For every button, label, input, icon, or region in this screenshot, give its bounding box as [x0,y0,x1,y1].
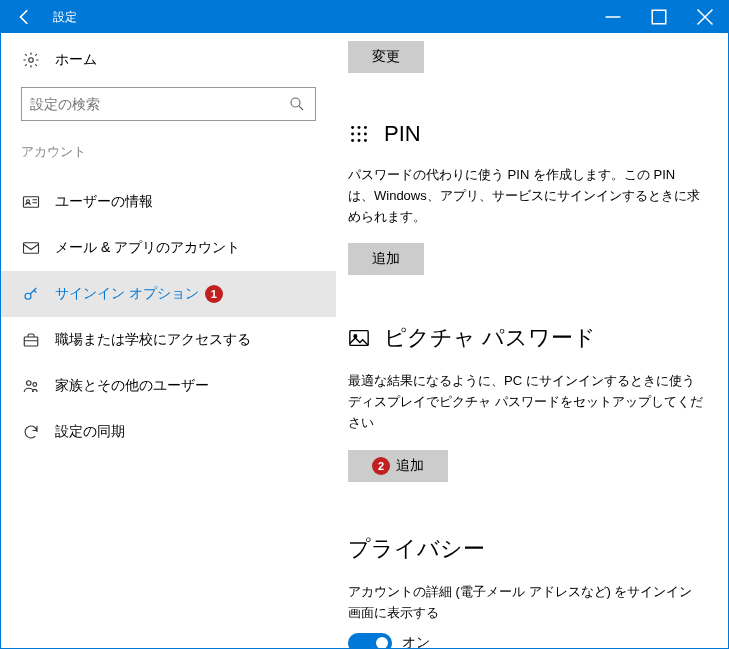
search-input[interactable] [30,96,287,112]
svg-rect-5 [24,243,39,254]
sidebar-item-label: 職場または学校にアクセスする [55,331,251,349]
privacy-section-header: プライバシー [348,534,704,564]
picture-add-button[interactable]: 2 追加 [348,450,448,482]
svg-point-15 [364,133,367,136]
titlebar: 設定 [1,1,728,33]
svg-rect-3 [24,197,39,208]
svg-point-2 [291,98,300,107]
briefcase-icon [21,331,41,349]
sync-icon [21,423,41,441]
change-button[interactable]: 変更 [348,41,424,73]
main-panel: 変更 PIN パスワードの代わりに使う PIN を作成します。この PIN は、… [336,33,728,648]
picture-title: ピクチャ パスワード [384,323,596,353]
sidebar-item-family[interactable]: 家族とその他のユーザー [1,363,336,409]
sidebar-item-label: 家族とその他のユーザー [55,377,209,395]
privacy-toggle[interactable] [348,633,392,649]
people-icon [21,377,41,395]
sidebar-item-signin-options[interactable]: サインイン オプション 1 [1,271,336,317]
mail-icon [21,239,41,257]
svg-point-17 [358,139,361,142]
sidebar: ホーム アカウント ユーザーの情報 メール & アプリのアカウント [1,33,336,648]
pin-section-header: PIN [348,121,704,147]
pin-description: パスワードの代わりに使う PIN を作成します。この PIN は、Windows… [348,165,704,227]
window-title: 設定 [49,9,590,26]
svg-point-1 [29,58,34,63]
privacy-toggle-label: オン [402,634,430,649]
home-link[interactable]: ホーム [1,51,336,69]
sidebar-item-label: ユーザーの情報 [55,193,153,211]
user-card-icon [21,193,41,211]
svg-point-18 [364,139,367,142]
svg-point-11 [358,126,361,129]
key-icon [21,285,41,303]
sidebar-category: アカウント [1,143,336,161]
svg-point-14 [358,133,361,136]
annotation-badge-1: 1 [205,285,223,303]
minimize-button[interactable] [590,1,636,33]
svg-point-6 [25,293,31,299]
search-icon [287,95,307,113]
sidebar-item-label: サインイン オプション [55,285,199,303]
search-box[interactable] [21,87,316,121]
sidebar-item-email-accounts[interactable]: メール & アプリのアカウント [1,225,336,271]
annotation-badge-2: 2 [372,457,390,475]
picture-icon [348,327,370,349]
pin-add-button[interactable]: 追加 [348,243,424,275]
svg-rect-7 [24,337,38,346]
sidebar-item-label: メール & アプリのアカウント [55,239,240,257]
sidebar-item-label: 設定の同期 [55,423,125,441]
picture-section-header: ピクチャ パスワード [348,323,704,353]
gear-icon [21,51,41,69]
picture-description: 最適な結果になるように、PC にサインインするときに使うディスプレイでピクチャ … [348,371,704,433]
home-label: ホーム [55,51,97,69]
sidebar-item-work-school[interactable]: 職場または学校にアクセスする [1,317,336,363]
svg-point-16 [351,139,354,142]
svg-rect-0 [652,10,666,24]
svg-point-4 [27,200,30,203]
sidebar-item-sync[interactable]: 設定の同期 [1,409,336,455]
privacy-description: アカウントの詳細 (電子メール アドレスなど) をサインイン画面に表示する [348,582,704,624]
back-button[interactable] [1,1,49,33]
svg-point-9 [33,383,37,387]
close-button[interactable] [682,1,728,33]
svg-point-10 [351,126,354,129]
maximize-button[interactable] [636,1,682,33]
picture-add-label: 追加 [396,457,424,475]
pin-title: PIN [384,121,421,147]
sidebar-item-user-info[interactable]: ユーザーの情報 [1,179,336,225]
pin-pad-icon [348,123,370,145]
svg-point-12 [364,126,367,129]
svg-point-13 [351,133,354,136]
privacy-title: プライバシー [348,534,485,564]
svg-point-8 [27,381,32,386]
